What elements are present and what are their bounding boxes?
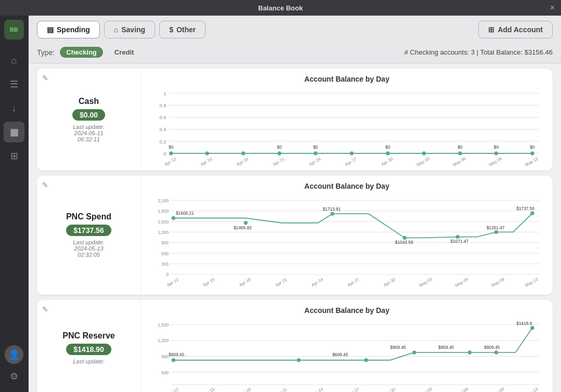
cash-chart-title: Account Balance by Day — [149, 75, 544, 83]
tab-other[interactable]: $ Other — [159, 21, 206, 38]
svg-text:May 06: May 06 — [452, 156, 467, 167]
sidebar-nav: ⌂ ☰ ↓ ▦ ⊞ — [4, 50, 24, 345]
svg-point-21 — [494, 151, 498, 155]
type-credit-button[interactable]: Credit — [108, 47, 141, 58]
add-account-button[interactable]: ⊞ Add Account — [478, 21, 553, 38]
svg-text:May 03: May 03 — [418, 386, 433, 392]
pnc-reserve-balance: $1418.90 — [66, 344, 111, 355]
svg-point-19 — [422, 151, 426, 155]
svg-point-15 — [277, 151, 281, 155]
svg-text:$1071.47: $1071.47 — [451, 239, 469, 244]
account-card-pnc-reserve: ✎ PNC Reserve $1418.90 Last update: Acco… — [37, 300, 553, 392]
svg-text:May 09: May 09 — [490, 386, 505, 392]
title-bar: Balance Book × — [0, 0, 561, 16]
sidebar-item-list[interactable]: ☰ — [4, 74, 24, 95]
edit-cash-icon[interactable]: ✎ — [42, 74, 48, 82]
tab-group: ▤ Spending ⌂ Saving $ Other — [37, 21, 206, 38]
svg-text:Apr 27: Apr 27 — [347, 386, 361, 392]
edit-pnc-reserve-icon[interactable]: ✎ — [42, 305, 48, 313]
svg-point-92 — [297, 358, 300, 362]
svg-text:May 03: May 03 — [416, 156, 431, 167]
svg-point-62 — [494, 230, 498, 234]
svg-text:1,500: 1,500 — [158, 322, 169, 328]
svg-text:Apr 18: Apr 18 — [238, 386, 252, 392]
svg-text:$1713.81: $1713.81 — [323, 206, 341, 212]
svg-text:0: 0 — [163, 151, 166, 156]
account-card-pnc-spend: ✎ PNC Spend $1737.56 Last update: 2024-0… — [37, 176, 553, 294]
svg-point-94 — [412, 350, 416, 354]
svg-text:Apr 30: Apr 30 — [380, 156, 394, 166]
svg-point-58 — [244, 221, 247, 225]
svg-text:May 06: May 06 — [454, 386, 469, 392]
svg-text:Apr 27: Apr 27 — [347, 277, 361, 288]
sidebar: BB ⌂ ☰ ↓ ▦ ⊞ 👤 ⚙ — [0, 0, 29, 392]
pnc-reserve-chart-title: Account Balance by Day — [149, 306, 544, 315]
svg-text:0.2: 0.2 — [160, 139, 167, 145]
sidebar-avatar[interactable]: 👤 — [5, 345, 23, 364]
svg-point-63 — [530, 212, 534, 215]
cash-date: Last update: 2024-05-11 06:32:11 — [73, 124, 105, 142]
svg-point-16 — [314, 151, 317, 155]
svg-text:$1600.21: $1600.21 — [176, 211, 194, 216]
app-title: Balance Book — [258, 4, 303, 12]
svg-text:$0: $0 — [457, 145, 463, 150]
edit-pnc-spend-icon[interactable]: ✎ — [42, 181, 48, 189]
svg-text:Apr 18: Apr 18 — [238, 277, 252, 288]
summary-text: # Checking accounts: 3 | Total Balance: … — [404, 48, 553, 56]
svg-text:Apr 24: Apr 24 — [310, 386, 324, 392]
svg-text:$1201.47: $1201.47 — [487, 225, 505, 230]
cash-chart: 1 0.8 0.6 0.4 0.2 0 — [149, 87, 544, 166]
pnc-reserve-chart-svg: 1,500 1,200 900 600 $6 — [149, 319, 544, 392]
tab-spending[interactable]: ▤ Spending — [37, 21, 100, 38]
sidebar-item-accounts[interactable]: ▦ — [4, 122, 24, 142]
svg-point-93 — [364, 358, 368, 362]
svg-text:May 06: May 06 — [454, 277, 469, 288]
sidebar-item-widgets[interactable]: ⊞ — [4, 146, 24, 166]
svg-point-57 — [172, 216, 175, 220]
other-icon: $ — [169, 25, 173, 34]
cash-chart-area: Account Balance by Day 1 0.8 0.6 — [141, 69, 553, 171]
svg-text:1,200: 1,200 — [158, 230, 169, 235]
svg-text:Apr 15: Apr 15 — [202, 277, 216, 288]
pnc-reserve-name: PNC Reserve — [62, 331, 115, 341]
svg-text:600: 600 — [161, 370, 169, 375]
sidebar-item-transactions[interactable]: ↓ — [4, 98, 24, 119]
svg-text:Apr 21: Apr 21 — [274, 386, 288, 392]
svg-text:Apr 12: Apr 12 — [166, 386, 180, 392]
svg-text:Apr 24: Apr 24 — [310, 277, 324, 288]
svg-text:$1418.9: $1418.9 — [516, 321, 532, 326]
svg-text:300: 300 — [161, 262, 169, 267]
pnc-reserve-chart-area: Account Balance by Day 1,500 1,200 900 6… — [141, 300, 553, 392]
sidebar-settings[interactable]: ⚙ — [5, 367, 23, 386]
tab-saving[interactable]: ⌂ Saving — [104, 21, 155, 38]
svg-text:Apr 21: Apr 21 — [274, 277, 288, 288]
sidebar-item-home[interactable]: ⌂ — [4, 50, 24, 71]
svg-text:Apr 15: Apr 15 — [199, 156, 213, 166]
svg-point-12 — [169, 151, 173, 155]
account-info-pnc-reserve: ✎ PNC Reserve $1418.90 Last update: — [37, 300, 141, 392]
svg-point-97 — [530, 326, 534, 330]
svg-point-91 — [172, 358, 175, 362]
svg-text:$1465.82: $1465.82 — [234, 225, 252, 230]
close-button[interactable]: × — [550, 3, 555, 12]
svg-text:Apr 27: Apr 27 — [344, 156, 358, 166]
svg-text:900: 900 — [161, 354, 169, 359]
svg-point-13 — [205, 151, 209, 155]
svg-text:Apr 24: Apr 24 — [308, 156, 322, 166]
account-card-cash: ✎ Cash $0.00 Last update: 2024-05-11 06:… — [37, 69, 553, 171]
svg-text:$0: $0 — [169, 145, 174, 150]
svg-point-20 — [458, 151, 462, 155]
svg-text:Apr 30: Apr 30 — [382, 386, 397, 392]
svg-text:$609.45: $609.45 — [333, 352, 348, 357]
pnc-spend-chart-area: Account Balance by Day 2,100 — [141, 176, 553, 294]
pnc-spend-chart: 2,100 1,800 1,500 1,200 900 600 300 0 — [149, 194, 544, 290]
pnc-reserve-date: Last update: — [73, 358, 105, 371]
svg-text:May 12: May 12 — [524, 386, 539, 392]
type-checking-button[interactable]: Checking — [60, 47, 103, 58]
svg-text:$0: $0 — [530, 145, 535, 150]
pnc-reserve-chart: 1,500 1,200 900 600 $6 — [149, 319, 544, 392]
pnc-spend-chart-title: Account Balance by Day — [149, 182, 544, 190]
sidebar-logo: BB — [4, 20, 24, 40]
saving-icon: ⌂ — [114, 25, 118, 34]
add-icon: ⊞ — [488, 25, 494, 34]
